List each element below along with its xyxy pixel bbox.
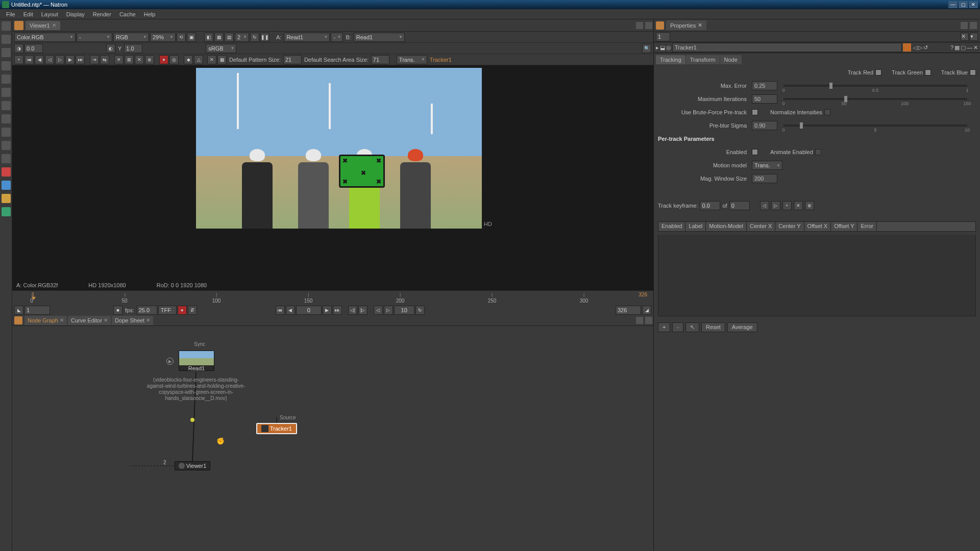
preblur-field[interactable]: 0.90 (752, 121, 777, 130)
tracks-table-body[interactable] (658, 235, 976, 316)
clear-fw-button[interactable]: ✕ (135, 55, 144, 64)
animate-enabled-checkbox[interactable] (815, 149, 821, 155)
tool-filter[interactable] (2, 88, 11, 97)
close-button[interactable]: ✕ (969, 1, 978, 8)
node-tracker1[interactable]: Tracker1 (256, 423, 297, 434)
col-error[interactable]: Error (857, 222, 876, 231)
tab-curve-editor[interactable]: Curve Editor✕ (68, 316, 111, 325)
close-pane-button[interactable] (645, 22, 652, 29)
col-enabled[interactable]: Enabled (658, 222, 685, 231)
close-icon[interactable]: ✕ (104, 317, 108, 323)
collapse-button[interactable]: ▸ (656, 44, 659, 51)
col-offset-y[interactable]: Offset Y (831, 222, 857, 231)
float-pane-button[interactable] (636, 317, 643, 324)
nodegraph-canvas[interactable]: Sync Read1 ▶ (videoblocks-four-engineers… (12, 326, 653, 551)
tool-draw[interactable] (2, 35, 11, 44)
track-prev-button[interactable]: ◁ (45, 55, 54, 64)
tool-transform[interactable] (2, 128, 11, 137)
tool-image[interactable] (2, 21, 11, 31)
pane-menu-icon[interactable] (14, 21, 23, 30)
turbo-button[interactable]: ● (178, 306, 187, 315)
tool-extra2[interactable] (2, 194, 11, 203)
float-pane-button[interactable] (961, 22, 968, 29)
hide-unmodified-button[interactable]: ▦ (954, 44, 960, 51)
field-order-select[interactable]: TFF (158, 306, 177, 315)
loop-mode-button[interactable]: ↻ (415, 306, 425, 315)
mag-window-field[interactable]: 200 (752, 174, 777, 183)
restore-defaults-button[interactable]: ↺ (923, 44, 928, 51)
zoom-select[interactable]: 29%▼ (150, 33, 176, 42)
track-green-checkbox[interactable] (925, 69, 931, 76)
motion-model-select[interactable]: Trans.▼ (752, 161, 782, 170)
tool-views[interactable] (2, 141, 11, 150)
motion-type-select[interactable]: Trans.▼ (397, 55, 427, 64)
tool-merge[interactable] (2, 114, 11, 123)
close-icon[interactable]: ✕ (52, 22, 56, 28)
undo-button[interactable]: ◁ (913, 44, 917, 51)
add-track-button[interactable]: + (658, 322, 670, 332)
proxy-level-select[interactable]: 2▼ (235, 33, 249, 42)
tool-keyer[interactable] (2, 101, 11, 110)
set-out-button[interactable]: ◢ (642, 306, 651, 315)
viewer-canvas[interactable]: ✖ ✖ ✖ ✖ ✖ HD A: Color.RGB32f HD 1920x108… (12, 65, 653, 290)
keyframe-total-field[interactable]: 0 (729, 201, 750, 210)
average-button[interactable]: Average (727, 322, 757, 332)
last-frame-button[interactable]: ⏭ (333, 306, 342, 315)
info-button[interactable]: 🔍 (642, 44, 651, 53)
select-all-button[interactable]: ↖ (685, 322, 699, 332)
close-panel-button[interactable]: ✕ (973, 44, 978, 51)
proxy-button[interactable]: ▤ (225, 33, 234, 42)
help-button[interactable]: ? (950, 44, 953, 51)
node-read1[interactable]: Read1 (179, 350, 214, 371)
tab-nodegraph[interactable]: Node Graph✕ (24, 316, 67, 325)
fps-field[interactable]: 25.0 (137, 306, 157, 315)
out-frame-field[interactable]: 326 (616, 306, 641, 315)
max-error-field[interactable]: 0.25 (752, 81, 777, 90)
close-pane-button[interactable] (645, 317, 652, 324)
tab-dope-sheet[interactable]: Dope Sheet✕ (112, 316, 153, 325)
max-error-slider[interactable]: 0 0.5 1 (783, 85, 967, 87)
close-icon[interactable]: ✕ (60, 317, 64, 323)
fullframe-button[interactable]: ▦ (214, 33, 224, 42)
track-bw-range-button[interactable]: ⏮ (24, 55, 34, 64)
reset-button[interactable]: Reset (701, 322, 725, 332)
gamma-button[interactable]: ◐ (106, 44, 115, 53)
pane-menu-icon[interactable] (656, 21, 664, 30)
maximize-button[interactable]: ▢ (959, 1, 968, 8)
timeline[interactable]: 1 326 0 50 100 150 200 250 300 ◣ 1 ■ fps… (12, 290, 653, 315)
col-center-x[interactable]: Center X (747, 222, 775, 231)
max-iterations-field[interactable]: 50 (752, 94, 777, 104)
set-in-button[interactable]: ◣ (14, 306, 23, 315)
minimize-panel-button[interactable]: — (967, 44, 972, 51)
play-fw-button[interactable]: ▶ (323, 306, 332, 315)
minimize-button[interactable]: — (948, 1, 958, 8)
render-button[interactable]: ↻ (250, 33, 259, 42)
remove-track-button[interactable]: - (672, 322, 683, 332)
center-node-button[interactable]: ◎ (666, 44, 671, 51)
play-bw-button[interactable]: ◀ (286, 306, 295, 315)
node-viewer1[interactable]: Viewer1 (175, 461, 210, 470)
search-size-field[interactable]: 71 (371, 55, 389, 64)
add-keyframe-button[interactable]: + (782, 201, 792, 210)
remove-keyframe-button[interactable]: ✕ (794, 201, 803, 210)
tool-gmic[interactable] (2, 167, 11, 177)
show-error-button[interactable]: ▦ (217, 55, 227, 64)
col-center-y[interactable]: Center Y (775, 222, 804, 231)
max-panels-field[interactable]: 1 (656, 32, 670, 41)
b-input-select[interactable]: Read1▼ (354, 33, 405, 42)
minimize-panels-button[interactable]: ▾ (970, 33, 978, 41)
node-name-field[interactable]: Tracker1 (672, 43, 902, 52)
track-fw-range-button[interactable]: ⏭ (76, 55, 85, 64)
undock-button[interactable]: ⬓ (660, 44, 665, 51)
clear-panels-button[interactable]: ✕ (961, 33, 969, 41)
menu-cache[interactable]: Cache (115, 11, 140, 17)
tab-tracking[interactable]: Tracking (656, 55, 685, 64)
sync-viewers-button[interactable]: ⟲ (177, 33, 186, 42)
prev-keyframe-button[interactable]: ◁ (760, 201, 769, 210)
menu-layout[interactable]: Layout (37, 11, 62, 17)
track-all-button[interactable]: ⇆ (100, 55, 109, 64)
current-frame-field[interactable]: 0 (296, 306, 322, 315)
read-play-icon[interactable]: ▶ (166, 358, 174, 365)
float-panel-button[interactable]: ▢ (961, 44, 966, 51)
max-iterations-slider[interactable]: 0 50 100 150 (783, 98, 967, 100)
